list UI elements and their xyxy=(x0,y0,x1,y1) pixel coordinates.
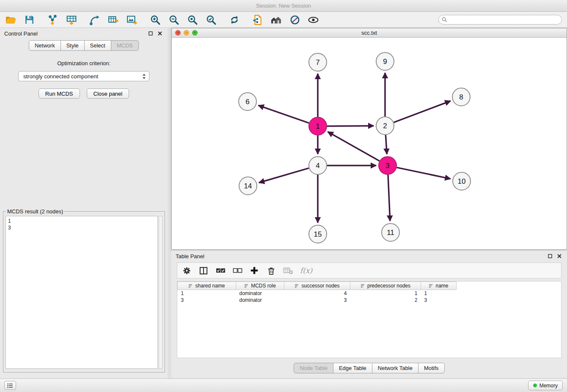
close-panel-icon[interactable] xyxy=(157,30,163,37)
network-view-window: × − + scc.txt 7968124314101511 xyxy=(171,28,567,250)
network-node-1[interactable]: 1 xyxy=(309,117,327,135)
memory-label: Memory xyxy=(539,383,558,389)
network-node-14[interactable]: 14 xyxy=(239,177,257,195)
tab-edge-table[interactable]: Edge Table xyxy=(333,363,372,373)
export-network-button[interactable] xyxy=(252,14,263,25)
table-cell[interactable]: 3 xyxy=(421,297,457,304)
add-column-button[interactable] xyxy=(249,265,259,276)
export-table-button[interactable] xyxy=(107,14,119,25)
close-window-icon[interactable]: × xyxy=(175,30,181,36)
tab-style[interactable]: Style xyxy=(61,40,85,51)
column-header-mcds-role[interactable]: MCDS role xyxy=(236,282,284,290)
style-palette-icon xyxy=(289,14,300,25)
tab-motifs[interactable]: Motifs xyxy=(418,363,445,373)
window-titlebar: Session: New Session xyxy=(0,0,567,12)
save-session-button[interactable] xyxy=(24,14,35,25)
tab-select[interactable]: Select xyxy=(84,40,111,51)
table-cell[interactable]: 1 xyxy=(178,290,236,297)
column-label: predecessor nodes xyxy=(367,283,410,289)
result-line: 1 xyxy=(8,218,155,224)
criterion-dropdown[interactable]: strongly connected component xyxy=(18,71,149,81)
refresh-layout-button[interactable] xyxy=(228,14,240,25)
edge-2-3[interactable] xyxy=(385,135,387,154)
table-row[interactable]: 3dominator323 xyxy=(178,297,457,304)
control-panel-header: Control Panel xyxy=(0,28,168,39)
table-settings-button[interactable] xyxy=(182,265,192,276)
window-title: Session: New Session xyxy=(256,3,311,9)
zoom-fit-icon xyxy=(187,14,198,25)
delete-table-button[interactable] xyxy=(283,265,293,276)
search-input[interactable] xyxy=(438,15,562,25)
edge-1-6[interactable] xyxy=(259,105,309,123)
tab-mcds[interactable]: MCDS xyxy=(111,40,139,51)
memory-button[interactable]: Memory xyxy=(528,381,563,390)
network-node-9[interactable]: 9 xyxy=(376,52,394,70)
zoom-in-button[interactable] xyxy=(149,14,161,25)
network-node-4[interactable]: 4 xyxy=(309,157,327,174)
task-history-button[interactable] xyxy=(4,381,16,390)
home-neighbors-button[interactable] xyxy=(270,14,282,25)
float-table-panel-icon[interactable] xyxy=(547,253,553,259)
column-header-shared-name[interactable]: shared name xyxy=(178,282,236,290)
apply-style-button[interactable] xyxy=(289,14,300,25)
open-session-button[interactable] xyxy=(5,14,17,25)
delete-column-button[interactable] xyxy=(266,265,276,276)
network-node-6[interactable]: 6 xyxy=(239,93,256,110)
table-cell[interactable]: 3 xyxy=(178,297,236,304)
table-row[interactable]: 1dominator411 xyxy=(178,290,457,297)
maximize-window-icon[interactable]: + xyxy=(192,30,198,36)
network-node-3[interactable]: 3 xyxy=(379,157,396,174)
import-network-button[interactable] xyxy=(47,14,58,25)
close-panel-button[interactable]: Close panel xyxy=(87,88,129,99)
edge-4-14[interactable] xyxy=(259,168,309,182)
edge-3-11[interactable] xyxy=(388,175,390,221)
edge-1-2[interactable] xyxy=(327,126,374,126)
unselect-all-columns-button[interactable] xyxy=(232,265,242,276)
function-builder-button[interactable]: f(x) xyxy=(300,266,312,275)
table-cell[interactable]: dominator xyxy=(236,290,284,297)
export-document-icon xyxy=(252,14,263,25)
zoom-fit-button[interactable] xyxy=(187,14,198,25)
table-cell[interactable]: 2 xyxy=(350,297,421,304)
edge-3-1[interactable] xyxy=(328,132,380,161)
vertical-splitter[interactable] xyxy=(168,28,171,378)
edge-3-10[interactable] xyxy=(397,168,451,179)
float-panel-icon[interactable] xyxy=(147,30,154,37)
network-node-2[interactable]: 2 xyxy=(376,117,394,135)
network-node-11[interactable]: 11 xyxy=(382,224,399,241)
column-header-name[interactable]: name xyxy=(421,282,457,290)
minimize-window-icon[interactable]: − xyxy=(184,30,189,36)
table-cell[interactable]: 3 xyxy=(284,297,350,304)
zoom-selected-icon xyxy=(206,14,217,25)
table-cell[interactable]: 1 xyxy=(421,290,457,297)
node-table: shared name MCDS role successor nodes pr… xyxy=(177,282,457,304)
close-table-panel-icon[interactable] xyxy=(556,253,563,259)
network-from-selection-button[interactable] xyxy=(89,14,100,25)
result-scrollbar[interactable] xyxy=(159,216,162,369)
network-window-titlebar: × − + scc.txt xyxy=(172,28,567,38)
network-node-8[interactable]: 8 xyxy=(452,88,470,106)
show-columns-button[interactable] xyxy=(198,265,209,276)
tab-node-table[interactable]: Node Table xyxy=(294,363,333,373)
network-node-15[interactable]: 15 xyxy=(309,225,327,243)
zoom-out-button[interactable] xyxy=(168,14,179,25)
network-node-10[interactable]: 10 xyxy=(453,172,471,190)
edge-2-8[interactable] xyxy=(394,101,451,123)
select-all-columns-button[interactable] xyxy=(215,265,226,276)
table-cell[interactable]: 1 xyxy=(350,290,421,297)
table-cell[interactable]: 4 xyxy=(284,290,350,297)
table-cell[interactable]: dominator xyxy=(236,297,284,304)
column-header-successor-nodes[interactable]: successor nodes xyxy=(284,282,350,290)
import-table-button[interactable] xyxy=(66,14,77,25)
run-mcds-button[interactable]: Run MCDS xyxy=(39,88,80,99)
column-type-icon xyxy=(295,284,299,288)
tab-network-table[interactable]: Network Table xyxy=(372,363,418,373)
tab-network[interactable]: Network xyxy=(29,40,61,51)
show-hide-button[interactable] xyxy=(308,14,319,25)
zoom-selected-button[interactable] xyxy=(205,14,217,25)
column-header-predecessor-nodes[interactable]: predecessor nodes xyxy=(350,282,421,290)
network-canvas[interactable]: 7968124314101511 xyxy=(172,38,567,249)
network-node-7[interactable]: 7 xyxy=(309,53,327,71)
unchecked-boxes-icon xyxy=(233,267,242,274)
export-image-button[interactable] xyxy=(126,14,138,25)
